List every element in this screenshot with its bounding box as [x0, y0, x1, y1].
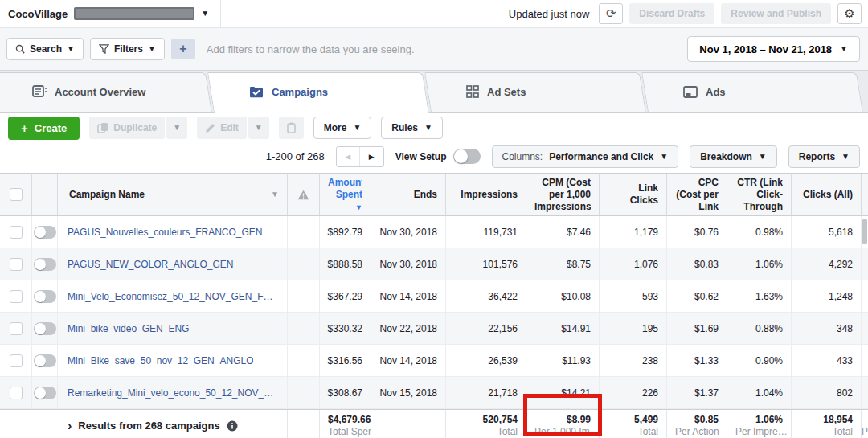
table-footer-row: › Results from 268 campaigns $4,679.66To… — [0, 409, 868, 438]
top-bar-actions: Updated just now ⟳ Discard Drafts Review… — [509, 0, 868, 27]
row-checkbox[interactable] — [10, 387, 23, 399]
campaign-name-link[interactable]: Remarketing_Mini_velo_econo_50_12_NOV_FR… — [68, 387, 279, 399]
more-button[interactable]: More ▼ — [313, 117, 372, 139]
footer-amount-spent: $4,679.66Total Spent — [320, 410, 371, 438]
footer-link-clicks: 5,499Total — [600, 410, 667, 438]
columns-dropdown[interactable]: Columns: Performance and Click ▼ — [492, 145, 679, 168]
header-link-clicks[interactable]: Link Clicks — [600, 174, 667, 215]
campaign-status-toggle[interactable] — [34, 290, 56, 303]
campaign-name-link[interactable]: Mini_bike_video_GEN_ENG — [68, 323, 189, 334]
row-checkbox[interactable] — [10, 258, 23, 271]
discard-drafts-button[interactable]: Discard Drafts — [629, 3, 714, 24]
ctr-cell: 0.98% — [727, 216, 792, 248]
campaign-name-cell: Mini_bike_video_GEN_ENG — [58, 313, 288, 344]
review-and-publish-button[interactable]: Review and Publish — [721, 3, 831, 24]
previous-page-button[interactable]: ◀ — [337, 147, 360, 166]
pagination-pager: ◀ ▶ — [336, 146, 384, 167]
filters-button[interactable]: Filters ▼ — [90, 38, 165, 60]
header-cpm[interactable]: CPM (Cost per 1,000 Impressions) — [526, 174, 600, 215]
create-button[interactable]: + Create — [8, 117, 80, 140]
header-amount-spent[interactable]: Amount Spent ▼ — [320, 174, 371, 215]
amount-spent-cell: $316.56 — [320, 345, 371, 376]
header-ctr[interactable]: CTR (Link Click-Through Rate) — [727, 174, 792, 215]
delivery-warning-cell — [288, 313, 320, 344]
link-clicks-cell: 1,179 — [600, 216, 667, 248]
campaign-name-link[interactable]: PAGUS_Nouvelles_couleurs_FRANCO_GEN — [68, 227, 263, 238]
row-checkbox[interactable] — [10, 322, 23, 335]
chevron-down-icon: ▼ — [255, 124, 263, 132]
header-ends[interactable]: Ends — [371, 174, 446, 215]
pencil-icon — [205, 123, 215, 133]
amount-spent-cell: $892.79 — [320, 216, 371, 248]
search-icon — [15, 44, 25, 54]
link-clicks-header-label: Link Clicks — [608, 182, 658, 207]
chevron-down-icon: ▼ — [173, 124, 181, 132]
campaign-status-toggle[interactable] — [34, 387, 56, 399]
tab-campaigns[interactable]: Campaigns — [217, 71, 434, 113]
breakdown-dropdown[interactable]: Breakdown ▼ — [690, 145, 777, 168]
ctr-cell: 0.90% — [727, 345, 792, 376]
reports-dropdown[interactable]: Reports ▼ — [788, 145, 860, 168]
campaign-status-toggle[interactable] — [34, 322, 56, 335]
vertical-scrollbar-thumb[interactable] — [862, 219, 867, 244]
tab-label: Campaigns — [272, 86, 328, 98]
clicks-all-header-label: Clicks (All) — [800, 189, 853, 201]
top-bar: CocoVillage ▼ Updated just now ⟳ Discard… — [0, 0, 868, 28]
footer-spacer — [32, 410, 58, 438]
select-all-checkbox[interactable] — [10, 188, 23, 201]
next-page-button[interactable]: ▶ — [360, 147, 383, 166]
account-selector[interactable]: CocoVillage ▼ — [0, 0, 221, 27]
campaign-status-toggle[interactable] — [34, 258, 56, 271]
campaign-name-link[interactable]: PAGUS_NEW_COLOR_ANGLO_GEN — [68, 259, 234, 270]
header-cpc[interactable]: CPC (Cost per Link Click) — [667, 174, 727, 215]
row-checkbox-cell — [0, 345, 32, 376]
campaign-name-link[interactable]: Mini_Velo_Economisez_50_12_NOV_GEN_FRANC… — [68, 291, 279, 302]
campaign-name-link[interactable]: Mini_Bike_save_50_nov_12_GEN_ANGLO — [68, 355, 253, 366]
updated-status: Updated just now — [509, 8, 589, 20]
duplicate-button[interactable]: Duplicate — [89, 117, 165, 139]
ends-header-label: Ends — [379, 189, 437, 201]
ctr-cell: 1.06% — [727, 248, 792, 280]
tab-ads[interactable]: Ads — [651, 71, 868, 113]
header-impressions[interactable]: Impressions — [446, 174, 526, 215]
header-delivery-warning[interactable] — [288, 174, 320, 215]
row-checkbox-cell — [0, 280, 32, 312]
tab-ad-sets[interactable]: Ad Sets — [434, 71, 651, 113]
paste-button[interactable] — [279, 117, 304, 139]
expand-results-chevron-icon[interactable]: › — [68, 420, 72, 432]
date-range-selector[interactable]: Nov 1, 2018 – Nov 21, 2018 ▼ — [687, 36, 860, 62]
header-clicks-all[interactable]: Clicks (All) — [792, 174, 862, 215]
table-row: Mini_Bike_save_50_nov_12_GEN_ANGLO $316.… — [0, 345, 868, 377]
view-setup-toggle[interactable] — [453, 149, 481, 164]
edit-button[interactable]: Edit — [197, 117, 247, 139]
filter-bar: Search ▼ Filters ▼ + Add filters to narr… — [0, 28, 868, 71]
toggle-knob — [35, 323, 46, 334]
info-icon[interactable] — [227, 420, 238, 432]
search-button[interactable]: Search ▼ — [6, 38, 84, 60]
impressions-header-label: Impressions — [454, 189, 518, 201]
row-checkbox[interactable] — [10, 226, 23, 239]
add-filter-button[interactable]: + — [171, 39, 195, 59]
duplicate-dropdown[interactable]: ▼ — [166, 117, 187, 139]
row-checkbox-cell — [0, 248, 32, 280]
toggle-knob — [454, 149, 468, 163]
refresh-button[interactable]: ⟳ — [599, 3, 623, 24]
row-toggle-cell — [32, 377, 58, 408]
rules-button[interactable]: Rules ▼ — [381, 117, 443, 139]
header-campaign-name[interactable]: Campaign Name ▼ — [58, 174, 288, 215]
campaign-status-toggle[interactable] — [34, 354, 56, 367]
settings-button[interactable]: ⚙ — [837, 3, 862, 24]
row-checkbox[interactable] — [10, 354, 23, 367]
duplicate-label: Duplicate — [113, 122, 157, 133]
campaign-status-toggle[interactable] — [34, 226, 56, 239]
ends-cell: Nov 22, 2018 — [371, 313, 446, 344]
clipped-header-cell — [862, 174, 868, 215]
campaign-name-cell: Remarketing_Mini_velo_econo_50_12_NOV_FR… — [58, 377, 288, 408]
link-clicks-cell: 1,076 — [600, 248, 667, 280]
row-checkbox[interactable] — [10, 290, 23, 303]
ctr-cell: 1.63% — [727, 280, 792, 312]
tab-account-overview[interactable]: Account Overview — [0, 71, 217, 113]
ads-icon — [683, 86, 698, 98]
edit-dropdown[interactable]: ▼ — [248, 117, 269, 139]
row-toggle-cell — [32, 345, 58, 376]
